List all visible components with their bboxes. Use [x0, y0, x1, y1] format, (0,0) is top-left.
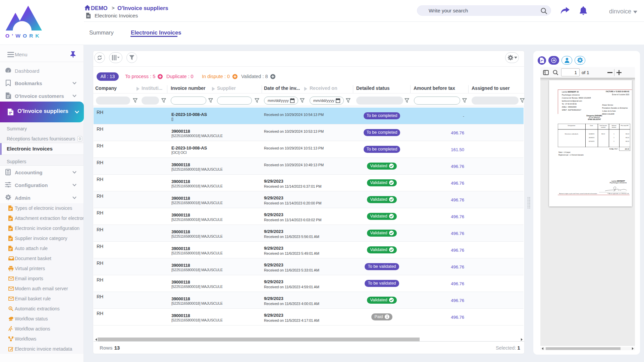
svg-text:O'WORK: O'WORK [5, 33, 42, 39]
